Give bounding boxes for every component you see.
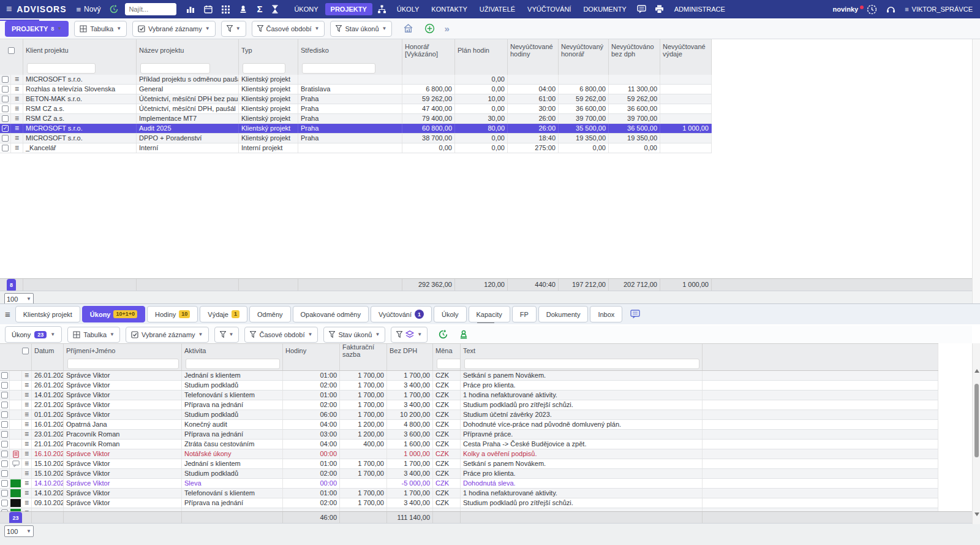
row-checkbox[interactable] — [0, 85, 11, 94]
new-button[interactable]: ≡Nový — [76, 5, 100, 14]
filter-stredisko-input[interactable] — [302, 63, 375, 74]
sum-sigma-icon[interactable]: Σ — [257, 5, 262, 13]
column-header-nevyuctovane-hodiny[interactable]: Nevyúčtované hodiny — [508, 39, 559, 61]
row-menu-icon[interactable]: ≡ — [22, 498, 32, 508]
row-checkbox[interactable] — [0, 440, 10, 449]
row-checkbox[interactable] — [0, 134, 11, 143]
row-menu-icon[interactable]: ≡ — [11, 94, 23, 104]
search-input[interactable] — [125, 3, 176, 15]
row-menu-icon[interactable]: ≡ — [11, 104, 23, 113]
row-checkbox[interactable]: ✓ — [0, 124, 11, 133]
nav-item-ukony[interactable]: ÚKONY — [288, 3, 323, 15]
column-header-klient[interactable]: Klient projektu — [23, 39, 137, 61]
column-header-fakturacni-sazba[interactable]: Fakturační sazba — [340, 344, 387, 357]
select-all-checkbox[interactable] — [0, 39, 23, 61]
column-header-aktivita[interactable]: Aktivita — [182, 344, 283, 357]
ukon-row[interactable]: ≡01.01.2026Správce ViktorStudium podklad… — [0, 410, 938, 420]
ukon-row[interactable]: ≡26.01.2026Správce ViktorJednání s klien… — [0, 371, 938, 381]
scroll-down-icon[interactable] — [974, 513, 979, 516]
table-view-button[interactable]: Tabulka▼ — [74, 21, 127, 37]
column-header-hodiny[interactable]: Hodiny — [283, 344, 340, 357]
scroll-up-icon[interactable] — [974, 369, 979, 373]
row-menu-icon[interactable]: ≡ — [11, 75, 23, 84]
headset-icon[interactable] — [886, 4, 896, 15]
comments-icon[interactable] — [630, 310, 640, 319]
tab-fp[interactable]: FP — [512, 306, 537, 322]
ukon-row[interactable]: ≡22.01.2026Správce ViktorPříprava na jed… — [0, 400, 938, 410]
row-checkbox[interactable] — [0, 469, 10, 478]
main-scrollbar-track[interactable] — [972, 39, 980, 303]
row-menu-icon[interactable]: ≡ — [22, 489, 32, 498]
project-row[interactable]: ✓≡MICROSOFT s.r.o.Audit 2025Klientský pr… — [0, 124, 712, 134]
stamp-approve-icon[interactable] — [459, 330, 469, 340]
view-selector-button[interactable]: PROJEKTY8▼ — [5, 21, 69, 37]
ukon-row[interactable]: ≡14.10.2024Správce ViktorSleva00:00-5 00… — [0, 479, 938, 489]
row-menu-icon[interactable]: ≡ — [22, 459, 32, 468]
filter-aktivita-input[interactable] — [186, 359, 280, 369]
project-row[interactable]: ≡BETON-MAK s.r.o.Účetnictví, měsíční DPH… — [0, 94, 712, 104]
org-chart-icon[interactable] — [377, 5, 386, 13]
column-header-honorar[interactable]: Honorář [Vykázáno] — [402, 39, 455, 61]
user-menu[interactable]: ≡VIKTOR_SPRÁVCE — [905, 6, 973, 13]
row-menu-icon[interactable]: ≡ — [22, 469, 32, 478]
printer-icon[interactable] — [655, 5, 664, 13]
task-state-filter-button[interactable]: Stav úkonů▼ — [323, 327, 385, 343]
tab-vyuctovani[interactable]: Vyúčtování1 — [371, 306, 432, 322]
row-checkbox[interactable] — [0, 449, 10, 459]
row-menu-icon[interactable]: ≡ — [11, 134, 23, 143]
filter-mena-input[interactable] — [437, 359, 461, 369]
project-row[interactable]: ≡_KancelářInterníInterní projekt0,000,00… — [0, 143, 712, 153]
row-menu-icon[interactable]: ≡ — [22, 420, 32, 429]
news-link[interactable]: novinky — [833, 6, 859, 13]
row-menu-icon[interactable]: ≡ — [22, 381, 32, 390]
ukon-row[interactable]: ≡16.01.2026Opatrná JanaKonečný audit04:0… — [0, 420, 938, 430]
row-menu-icon[interactable]: ≡ — [22, 449, 32, 459]
column-header-nevyuctovano-bez-dph[interactable]: Nevyúčtováno bez dph — [609, 39, 660, 61]
row-menu-icon[interactable]: ≡ — [22, 410, 32, 419]
row-checkbox[interactable] — [0, 479, 10, 488]
calendar-icon[interactable] — [204, 5, 213, 13]
add-time-entry-icon[interactable] — [438, 329, 448, 340]
row-menu-icon[interactable]: ≡ — [22, 430, 32, 439]
tab-ukoly[interactable]: Úkoly — [434, 306, 467, 322]
ukon-row[interactable]: ≡16.10.2024Správce ViktorNotářské úkony0… — [0, 449, 938, 459]
ukony-view-button[interactable]: Úkony23▼ — [5, 326, 62, 343]
column-header-nevyuctovane-vydaje[interactable]: Nevyúčtované výdaje — [660, 39, 712, 61]
tab-dokumenty[interactable]: Dokumenty — [538, 306, 589, 322]
column-header-text[interactable]: Text — [461, 344, 703, 357]
row-menu-icon[interactable]: ≡ — [11, 143, 23, 153]
row-checkbox[interactable] — [0, 400, 10, 410]
row-checkbox[interactable] — [0, 489, 10, 498]
tab-vydaje[interactable]: Výdaje1 — [200, 306, 247, 322]
app-logo[interactable]: ADVISORS — [17, 4, 66, 14]
nav-item-kontakty[interactable]: KONTAKTY — [426, 3, 472, 15]
row-menu-icon[interactable]: ≡ — [22, 479, 32, 488]
column-header-datum[interactable]: Datum — [32, 344, 64, 357]
bar-chart-icon[interactable] — [186, 5, 195, 13]
project-row[interactable]: ≡MICROSOFT s.r.o.DPPO + PoradenstvíKlien… — [0, 134, 712, 143]
nav-item-projekty[interactable]: PROJEKTY — [325, 3, 372, 15]
row-checkbox[interactable] — [0, 371, 10, 380]
project-row[interactable]: ≡RSM CZ a.s.Implementace MT7Klientský pr… — [0, 114, 712, 124]
nav-item-administrace[interactable]: ADMINISTRACE — [669, 3, 731, 15]
tab-hodiny[interactable]: Hodiny10 — [147, 306, 198, 322]
ukon-row[interactable]: ≡26.01.2026Správce ViktorStudium podklad… — [0, 381, 938, 391]
chat-icon[interactable] — [637, 5, 646, 13]
row-menu-icon[interactable]: ≡ — [11, 114, 23, 123]
apps-grid-icon[interactable] — [222, 6, 230, 13]
scrollbar-thumb[interactable] — [974, 384, 979, 457]
row-checkbox[interactable] — [0, 498, 10, 508]
tabs-menu-icon[interactable]: ≡ — [5, 309, 10, 319]
row-checkbox[interactable] — [0, 94, 11, 104]
row-menu-icon[interactable]: ≡ — [22, 371, 32, 380]
page-size-select[interactable]: 100▼ — [4, 525, 34, 537]
column-header-bez-dph[interactable]: Bez DPH — [387, 344, 433, 357]
layers-filter-button[interactable]: ▼ — [391, 327, 428, 343]
column-header-nevyuctovany-honorar[interactable]: Nevyúčtovaný honorář — [559, 39, 609, 61]
row-menu-icon[interactable]: ≡ — [11, 124, 23, 133]
ukon-row[interactable]: ≡09.10.2024Správce ViktorPříprava na jed… — [0, 498, 938, 508]
tab-inbox[interactable]: Inbox — [590, 306, 622, 322]
add-record-icon[interactable] — [424, 23, 435, 34]
row-checkbox[interactable] — [0, 410, 10, 419]
row-checkbox[interactable] — [0, 420, 10, 429]
